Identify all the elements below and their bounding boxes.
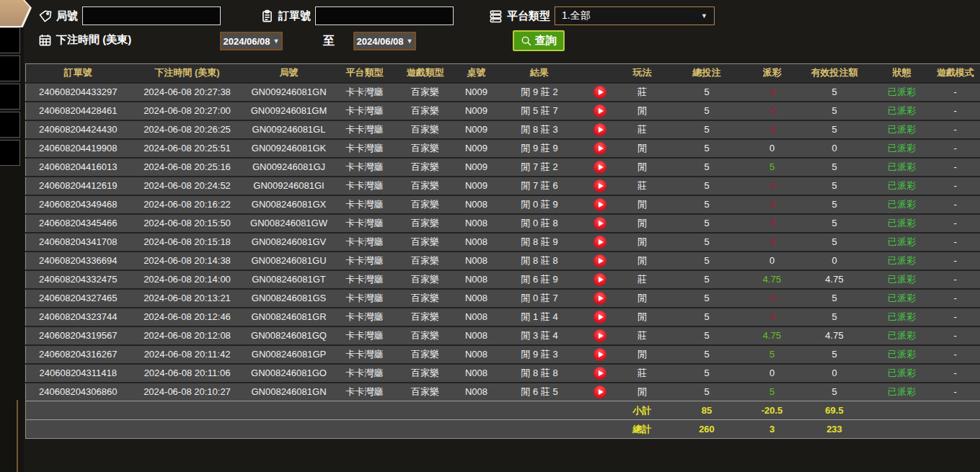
replay-icon[interactable] — [593, 292, 606, 305]
cell-round: GN009246081GI — [244, 177, 334, 195]
subtotal-status-spacer — [873, 401, 931, 420]
header-replay — [581, 64, 619, 83]
replay-icon[interactable] — [593, 367, 606, 380]
subtotal-spacer — [26, 401, 619, 420]
left-edge-strip — [0, 0, 24, 472]
replay-icon[interactable] — [593, 311, 606, 324]
play-triangle — [599, 164, 604, 170]
cell-status: 已派彩 — [873, 195, 931, 214]
cell-result: 閒 5 莊 7 — [498, 102, 581, 120]
clipboard-icon — [260, 9, 274, 23]
cell-platform: 卡卡灣廳 — [334, 289, 396, 308]
cell-round: GN008246081GP — [244, 345, 334, 364]
bet-table-body: 2406082044332972024-06-08 20:27:38GN0092… — [26, 83, 980, 401]
cell-platform: 卡卡灣廳 — [334, 251, 396, 270]
round-input[interactable] — [82, 6, 221, 25]
cell-round: GN008246081GQ — [244, 326, 334, 345]
sidebar-menu-item[interactable] — [0, 84, 20, 110]
cell-game: 百家樂 — [396, 289, 455, 308]
order-input[interactable] — [315, 6, 454, 25]
replay-icon[interactable] — [593, 104, 606, 117]
cell-valid: 5 — [796, 102, 873, 120]
cell-play — [581, 102, 619, 120]
cell-valid: 5 — [796, 83, 873, 102]
cell-status: 已派彩 — [873, 251, 931, 270]
server-stack-icon — [489, 9, 503, 23]
filter-bar: 局號 訂單號 平台類型 1.全部 ▼ — [24, 0, 980, 63]
sidebar-menu-item[interactable] — [0, 140, 20, 166]
play-triangle — [599, 127, 604, 133]
cell-status: 已派彩 — [873, 83, 931, 102]
cell-bet: 5 — [666, 139, 749, 158]
replay-icon[interactable] — [593, 161, 606, 174]
cell-game: 百家樂 — [396, 270, 455, 289]
platform-select[interactable]: 1.全部 ▼ — [555, 6, 715, 25]
bet-time-label: 下注時間 (美東) — [56, 33, 131, 47]
cell-valid: 4.75 — [796, 270, 873, 289]
cell-valid: 5 — [796, 383, 873, 401]
cell-platform: 卡卡灣廳 — [334, 139, 396, 158]
play-triangle — [599, 295, 604, 301]
cell-payout: 0 — [749, 251, 796, 270]
cell-method: 閒 — [619, 102, 666, 120]
replay-icon[interactable] — [593, 254, 606, 267]
cell-status: 已派彩 — [873, 139, 931, 158]
cell-method: 閒 — [619, 383, 666, 401]
date-from-select[interactable]: 2024/06/08 ▼ — [220, 32, 283, 50]
cell-method: 閒 — [619, 289, 666, 308]
total-total-bet: 260 — [666, 420, 749, 439]
cell-bet: 5 — [666, 289, 749, 308]
table-row: 2406082044126192024-06-08 20:24:52GN0092… — [26, 177, 980, 195]
cell-round: GN008246081GU — [244, 251, 334, 270]
sidebar-menu-item[interactable] — [0, 55, 20, 81]
cell-order: 240608204419908 — [26, 139, 131, 158]
cell-play — [581, 214, 619, 233]
table-row: 2406082043417082024-06-08 20:15:18GN0082… — [26, 233, 980, 251]
subtotal-label: 小計 — [619, 401, 666, 420]
replay-icon[interactable] — [593, 329, 606, 342]
replay-icon[interactable] — [593, 198, 606, 211]
cell-time: 2024-06-08 20:12:08 — [131, 326, 244, 345]
cell-platform: 卡卡灣廳 — [334, 308, 396, 326]
cell-order: 240608204316267 — [26, 345, 131, 364]
chevron-down-icon: ▼ — [701, 12, 707, 19]
replay-icon[interactable] — [593, 386, 606, 398]
cell-valid: 0 — [796, 139, 873, 158]
subtotal-total-bet: 85 — [666, 401, 749, 420]
replay-icon[interactable] — [593, 86, 606, 99]
cell-bet: 5 — [666, 102, 749, 120]
play-triangle — [599, 314, 604, 320]
cell-time: 2024-06-08 20:25:51 — [131, 139, 244, 158]
replay-icon[interactable] — [593, 273, 606, 286]
replay-icon[interactable] — [593, 179, 606, 192]
search-button[interactable]: 查詢 — [513, 30, 565, 51]
cell-game: 百家樂 — [396, 195, 455, 214]
table-header-row: 訂單號 下注時間 (美東) 局號 平台類型 遊戲類型 桌號 結果 玩法 總投注 … — [26, 64, 980, 83]
table-row: 2406082044284612024-06-08 20:27:00GN0092… — [26, 102, 980, 120]
replay-icon[interactable] — [593, 348, 606, 361]
play-triangle — [599, 221, 604, 226]
sidebar-menu-item[interactable] — [0, 27, 20, 53]
cell-table: N008 — [455, 233, 498, 251]
cell-method: 閒 — [619, 158, 666, 177]
cell-table: N008 — [455, 289, 498, 308]
date-to-select[interactable]: 2024/06/08 ▼ — [353, 32, 416, 50]
cell-platform: 卡卡灣廳 — [334, 102, 396, 120]
cell-order: 240608204349468 — [26, 195, 131, 214]
cell-order: 240608204412619 — [26, 177, 131, 195]
replay-icon[interactable] — [593, 142, 606, 155]
cell-game: 百家樂 — [396, 326, 455, 345]
replay-icon[interactable] — [593, 217, 606, 230]
chevron-down-icon: ▼ — [407, 37, 413, 45]
cell-play — [581, 158, 619, 177]
replay-icon[interactable] — [593, 123, 606, 136]
cell-mode: - — [931, 83, 980, 102]
replay-icon[interactable] — [593, 236, 606, 249]
sidebar-menu-item[interactable] — [0, 112, 20, 138]
cell-method: 莊 — [619, 177, 666, 195]
cell-order: 240608204311418 — [26, 364, 131, 383]
header-status: 狀態 — [873, 64, 931, 83]
cell-platform: 卡卡灣廳 — [334, 158, 396, 177]
total-row: 總計 260 3 233 — [26, 420, 980, 439]
cell-play — [581, 139, 619, 158]
